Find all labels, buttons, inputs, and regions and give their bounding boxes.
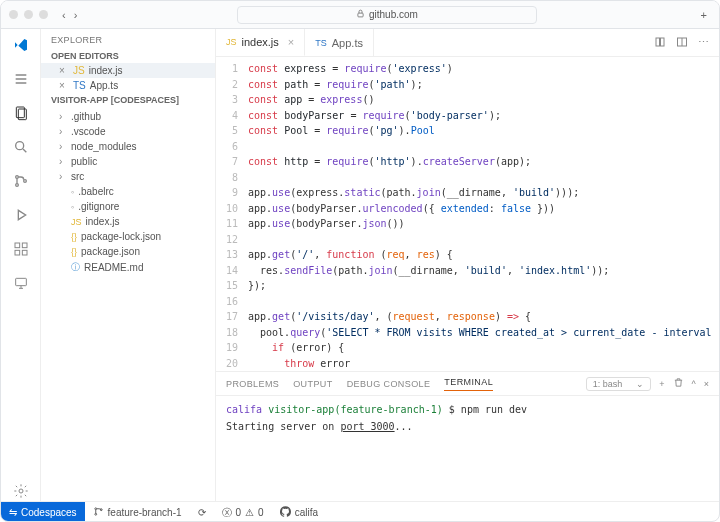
bottom-panel: PROBLEMS OUTPUT DEBUG CONSOLE TERMINAL 1… xyxy=(216,371,719,501)
explorer-title: EXPLORER xyxy=(41,29,215,49)
browser-chrome: ‹ › github.com + xyxy=(1,1,719,29)
folder-item[interactable]: ›src xyxy=(41,169,215,184)
file-icon: JS xyxy=(226,37,237,47)
chevron-down-icon: ⌄ xyxy=(636,379,644,389)
lock-icon xyxy=(356,9,365,20)
item-label: .gitignore xyxy=(78,201,119,212)
file-item[interactable]: ◦.gitignore xyxy=(41,199,215,214)
file-item[interactable]: {}package.json xyxy=(41,244,215,259)
file-name: App.ts xyxy=(90,80,118,91)
more-icon[interactable]: ⋯ xyxy=(698,36,709,49)
tab-terminal[interactable]: TERMINAL xyxy=(444,377,493,391)
file-icon: ⓘ xyxy=(71,261,80,274)
terminal-user: califa xyxy=(226,404,262,415)
sync-icon: ⟳ xyxy=(198,507,206,518)
explorer-sidebar: EXPLORER OPEN EDITORS ×JS index.js×TS Ap… xyxy=(41,29,216,501)
trash-icon[interactable] xyxy=(673,377,684,390)
sync-status[interactable]: ⟳ 0↓ 0↑ xyxy=(190,507,214,518)
file-icon: ◦ xyxy=(71,202,74,212)
twisty-icon: › xyxy=(59,171,67,182)
close-tab-icon[interactable]: × xyxy=(288,36,294,48)
open-editor-item[interactable]: ×JS index.js xyxy=(41,63,215,78)
svg-rect-0 xyxy=(358,13,363,17)
errors-status[interactable]: ⓧ 0 ⚠ 0 xyxy=(214,506,272,520)
file-icon: TS xyxy=(73,80,86,91)
editor-tab[interactable]: JSindex.js× xyxy=(216,29,305,56)
user-status[interactable]: califa xyxy=(272,506,326,519)
close-dot[interactable] xyxy=(9,10,18,19)
github-icon xyxy=(280,506,291,519)
menu-icon[interactable] xyxy=(11,69,31,89)
folder-item[interactable]: ›.github xyxy=(41,109,215,124)
remote-indicator-icon: ⇋ xyxy=(9,507,17,518)
tab-debug-console[interactable]: DEBUG CONSOLE xyxy=(347,379,431,389)
error-icon: ⓧ xyxy=(222,506,232,520)
terminal-output: Starting server on port 3000... xyxy=(226,421,709,432)
file-item[interactable]: {}package-lock.json xyxy=(41,229,215,244)
file-icon: {} xyxy=(71,232,77,242)
debug-icon[interactable] xyxy=(11,205,31,225)
code-editor[interactable]: 1234567891011121314151617181920212223242… xyxy=(216,57,719,371)
twisty-icon: › xyxy=(59,156,67,167)
terminal-shell-select[interactable]: 1: bash ⌄ xyxy=(586,377,652,391)
maximize-panel-icon[interactable]: ^ xyxy=(692,379,696,389)
explorer-icon[interactable] xyxy=(11,103,31,123)
codespaces-pill[interactable]: ⇋ Codespaces xyxy=(1,502,85,522)
vscode-logo-icon xyxy=(11,35,31,55)
address-text: github.com xyxy=(369,9,418,20)
file-item[interactable]: ◦.babelrc xyxy=(41,184,215,199)
file-item[interactable]: JSindex.js xyxy=(41,214,215,229)
close-panel-icon[interactable]: × xyxy=(704,379,709,389)
svg-point-3 xyxy=(15,142,23,150)
item-label: .github xyxy=(71,111,101,122)
status-bar: ⇋ Codespaces feature-branch-1 ⟳ 0↓ 0↑ ⓧ … xyxy=(1,501,719,522)
file-icon: JS xyxy=(73,65,85,76)
terminal-path: visitor-app(feature-branch-1) xyxy=(268,404,443,415)
item-label: package-lock.json xyxy=(81,231,161,242)
prompt-symbol: $ xyxy=(449,404,455,415)
back-icon[interactable]: ‹ xyxy=(62,9,66,21)
code-body[interactable]: const express = require('express') const… xyxy=(244,57,719,371)
new-terminal-icon[interactable]: + xyxy=(659,379,664,389)
svg-rect-8 xyxy=(15,250,20,255)
twisty-icon: › xyxy=(59,111,67,122)
item-label: .babelrc xyxy=(78,186,114,197)
remote-icon[interactable] xyxy=(11,273,31,293)
source-control-icon[interactable] xyxy=(11,171,31,191)
file-icon: JS xyxy=(71,217,82,227)
svg-rect-9 xyxy=(22,250,27,255)
terminal[interactable]: califa visitor-app(feature-branch-1) $ n… xyxy=(216,396,719,501)
item-label: index.js xyxy=(86,216,120,227)
twisty-icon: › xyxy=(59,141,67,152)
split-editor-icon[interactable] xyxy=(676,36,688,50)
minimize-dot[interactable] xyxy=(24,10,33,19)
folder-item[interactable]: ›.vscode xyxy=(41,124,215,139)
open-editors-header[interactable]: OPEN EDITORS xyxy=(41,49,215,63)
close-icon[interactable]: × xyxy=(59,80,69,91)
editor-tab[interactable]: TSApp.ts xyxy=(305,29,374,56)
address-bar[interactable]: github.com xyxy=(237,6,537,24)
git-branch-icon xyxy=(93,506,104,519)
editor-tabs: JSindex.js×TSApp.ts ⋯ xyxy=(216,29,719,57)
zoom-dot[interactable] xyxy=(39,10,48,19)
tab-output[interactable]: OUTPUT xyxy=(293,379,332,389)
folder-item[interactable]: ›node_modules xyxy=(41,139,215,154)
file-item[interactable]: ⓘREADME.md xyxy=(41,259,215,276)
new-tab-icon[interactable]: + xyxy=(697,9,711,21)
compare-changes-icon[interactable] xyxy=(654,36,666,50)
item-label: package.json xyxy=(81,246,140,257)
tab-problems[interactable]: PROBLEMS xyxy=(226,379,279,389)
branch-status[interactable]: feature-branch-1 xyxy=(85,506,190,519)
search-icon[interactable] xyxy=(11,137,31,157)
close-icon[interactable]: × xyxy=(59,65,69,76)
workspace-header[interactable]: VISITOR-APP [CODESPACES] xyxy=(41,93,215,107)
item-label: public xyxy=(71,156,97,167)
svg-rect-11 xyxy=(15,278,26,285)
extensions-icon[interactable] xyxy=(11,239,31,259)
svg-rect-7 xyxy=(15,243,20,248)
svg-point-16 xyxy=(94,508,96,510)
terminal-command: npm run dev xyxy=(461,404,527,415)
folder-item[interactable]: ›public xyxy=(41,154,215,169)
open-editor-item[interactable]: ×TS App.ts xyxy=(41,78,215,93)
settings-gear-icon[interactable] xyxy=(11,481,31,501)
